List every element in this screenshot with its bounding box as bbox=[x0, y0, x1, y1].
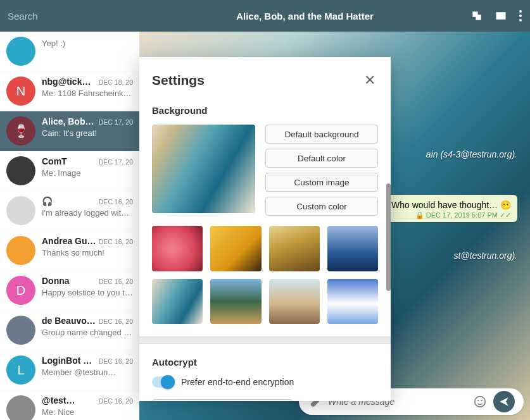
background-thumbnail[interactable] bbox=[269, 279, 320, 324]
image-icon[interactable] bbox=[495, 9, 507, 22]
chat-preview: Member @testrun… bbox=[42, 368, 133, 377]
background-thumbnail[interactable] bbox=[327, 226, 378, 271]
message-text: Who would have thought… 😶 bbox=[391, 200, 511, 210]
chat-list-item[interactable]: ComT DEC 17, 20 Me: Image bbox=[0, 151, 139, 191]
avatar: D bbox=[6, 276, 35, 305]
avatar bbox=[6, 196, 35, 225]
avatar bbox=[6, 395, 35, 420]
chat-preview: Me: Image bbox=[42, 168, 133, 178]
background-thumbnail[interactable] bbox=[152, 226, 203, 271]
system-message: ain (s4-3@testrun.org). bbox=[426, 149, 517, 159]
chat-name: @test… bbox=[42, 395, 75, 405]
chat-preview: Group name changed … bbox=[42, 328, 133, 337]
message-timestamp: 🔒 DEC 17, 2019 5:07 PM ✓✓ bbox=[391, 211, 511, 219]
chat-list-item[interactable]: L LoginBot … DEC 16, 20 Member @testrun… bbox=[0, 350, 139, 390]
system-message: st@testrun.org). bbox=[453, 250, 517, 261]
avatar: N bbox=[6, 77, 35, 106]
bg-option-button[interactable]: Custom color bbox=[265, 197, 378, 216]
message-bubble[interactable]: Who would have thought… 😶 🔒 DEC 17, 2019… bbox=[385, 195, 517, 222]
menu-dots-icon[interactable] bbox=[519, 9, 522, 22]
avatar bbox=[6, 156, 35, 185]
send-button[interactable] bbox=[493, 391, 515, 412]
multi-window-icon[interactable] bbox=[470, 9, 483, 22]
chat-name: nbg@tick… bbox=[42, 77, 91, 87]
bg-option-button[interactable]: Default color bbox=[265, 149, 378, 168]
background-thumbnail[interactable] bbox=[210, 226, 261, 271]
app-header: Alice, Bob, and the Mad Hatter bbox=[0, 0, 530, 32]
chat-time: DEC 16, 20 bbox=[99, 238, 133, 245]
modal-title: Settings bbox=[152, 73, 205, 88]
background-thumbnail[interactable] bbox=[210, 279, 261, 324]
avatar bbox=[6, 316, 35, 345]
chat-time: DEC 16, 20 bbox=[99, 198, 133, 206]
avatar: 🍷 bbox=[6, 116, 35, 145]
chat-name: Alice, Bob,… bbox=[42, 116, 96, 127]
chat-list-item[interactable]: @test… DEC 16, 20 Me: Nice bbox=[0, 390, 139, 420]
chat-list-item[interactable]: Andrea Gu… DEC 16, 20 Thanks so much! bbox=[0, 231, 139, 271]
bg-option-button[interactable]: Custom image bbox=[265, 173, 378, 192]
search-input[interactable] bbox=[8, 11, 139, 22]
encryption-toggle[interactable] bbox=[152, 376, 174, 388]
chat-preview: Cain: It's great! bbox=[42, 128, 133, 138]
chat-list: Yep! :) N nbg@tick… DEC 18, 20 Me: 1108 … bbox=[0, 32, 139, 420]
background-thumbnail[interactable] bbox=[327, 279, 378, 324]
chat-preview: I'm already logged with… bbox=[42, 208, 133, 218]
toggle-label: Prefer end-to-end encryption bbox=[181, 377, 294, 387]
svg-point-1 bbox=[519, 15, 522, 17]
chat-time: DEC 17, 20 bbox=[99, 158, 133, 166]
svg-point-5 bbox=[481, 400, 483, 401]
chat-list-item[interactable]: 🍷 Alice, Bob,… DEC 17, 20 Cain: It's gre… bbox=[0, 111, 139, 151]
chat-name: de Beauvo… bbox=[42, 316, 96, 326]
chat-list-item[interactable]: N nbg@tick… DEC 18, 20 Me: 1108 Fahrsche… bbox=[0, 71, 139, 111]
background-section-header: Background bbox=[152, 105, 378, 116]
svg-point-0 bbox=[519, 10, 522, 13]
scrollbar[interactable] bbox=[386, 183, 391, 291]
avatar bbox=[6, 236, 35, 265]
svg-point-2 bbox=[519, 19, 522, 22]
chat-preview: Yep! :) bbox=[42, 39, 133, 48]
background-thumbnail[interactable] bbox=[152, 279, 203, 324]
chat-time: DEC 16, 20 bbox=[99, 318, 133, 325]
chat-name: 🎧 bbox=[42, 196, 53, 206]
close-icon[interactable]: ✕ bbox=[362, 71, 378, 90]
chat-time: DEC 16, 20 bbox=[99, 397, 133, 405]
chat-list-item[interactable]: Yep! :) bbox=[0, 32, 139, 71]
chat-preview: Me: 1108 Fahrscheink… bbox=[42, 89, 133, 98]
chat-list-item[interactable]: de Beauvo… DEC 16, 20 Group name changed… bbox=[0, 311, 139, 350]
svg-point-3 bbox=[475, 397, 486, 407]
current-background-preview[interactable] bbox=[152, 125, 255, 213]
chat-list-item[interactable]: D Donna DEC 16, 20 Happy solstice to you… bbox=[0, 271, 139, 311]
chat-name: LoginBot … bbox=[42, 355, 92, 366]
autocrypt-section-header: Autocrypt bbox=[152, 357, 378, 368]
chat-name: Andrea Gu… bbox=[42, 236, 96, 246]
avatar: L bbox=[6, 355, 35, 385]
chat-time: DEC 16, 20 bbox=[99, 357, 133, 365]
background-thumbnail[interactable] bbox=[269, 226, 320, 271]
emoji-icon[interactable] bbox=[473, 395, 487, 409]
chat-time: DEC 16, 20 bbox=[99, 278, 133, 285]
chat-time: DEC 18, 20 bbox=[99, 78, 133, 86]
settings-modal: Settings ✕ Background Default background… bbox=[139, 57, 391, 401]
chat-preview: Happy solstice to you t… bbox=[42, 288, 133, 297]
autocrypt-setup-button[interactable]: Send Autocrypt Setup Message bbox=[152, 399, 293, 401]
bg-option-button[interactable]: Default background bbox=[265, 125, 378, 144]
chat-list-item[interactable]: 🎧 DEC 16, 20 I'm already logged with… bbox=[0, 191, 139, 231]
chat-title: Alice, Bob, and the Mad Hatter bbox=[139, 11, 470, 22]
chat-preview: Thanks so much! bbox=[42, 248, 133, 257]
avatar bbox=[6, 37, 35, 66]
chat-preview: Me: Nice bbox=[42, 407, 133, 417]
chat-name: Donna bbox=[42, 276, 70, 286]
svg-point-4 bbox=[477, 400, 479, 401]
section-divider bbox=[139, 337, 391, 344]
chat-time: DEC 17, 20 bbox=[99, 118, 133, 126]
chat-name: ComT bbox=[42, 156, 67, 166]
